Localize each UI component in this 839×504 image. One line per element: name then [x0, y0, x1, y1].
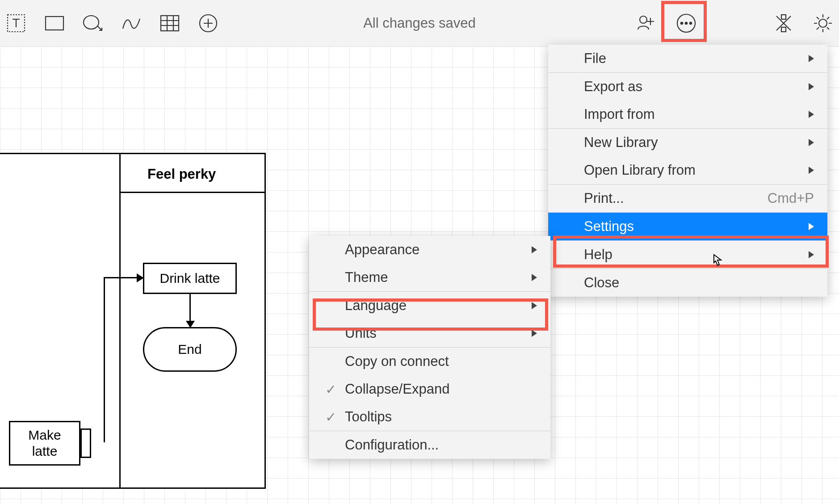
more-menu-icon[interactable]: [675, 13, 697, 34]
submenu-collapse-expand[interactable]: ✓Collapse/Expand: [309, 375, 550, 403]
submenu-arrow-icon: [532, 274, 537, 281]
submenu-units-label: Units: [345, 325, 377, 341]
submenu-theme-label: Theme: [345, 269, 388, 286]
save-status: All changes saved: [363, 15, 476, 31]
menu-export-label: Export as: [584, 79, 642, 95]
submenu-arrow-icon: [809, 139, 814, 146]
submenu-tooltips-label: Tooltips: [345, 409, 392, 425]
submenu-arrow-icon: [809, 55, 814, 62]
node-end[interactable]: End: [143, 327, 237, 372]
submenu-copy-label: Copy on connect: [345, 353, 449, 370]
svg-rect-10: [781, 15, 786, 19]
svg-point-2: [84, 16, 99, 29]
submenu-arrow-icon: [809, 111, 814, 118]
share-icon[interactable]: [636, 13, 658, 34]
menu-import-label: Import from: [584, 106, 654, 122]
edge-drink-end[interactable]: [189, 294, 191, 322]
menu-new-library-label: New Library: [584, 134, 658, 151]
main-menu: File Export as Import from New Library O…: [548, 45, 827, 297]
submenu-units[interactable]: Units: [309, 319, 550, 347]
text-box-tool-icon[interactable]: [5, 13, 27, 34]
freehand-tool-icon[interactable]: [121, 13, 142, 34]
edge-to-drink-arrow: [137, 273, 144, 282]
menu-export-as[interactable]: Export as: [548, 73, 827, 101]
svg-rect-11: [781, 27, 786, 32]
submenu-arrow-icon: [532, 246, 537, 253]
node-drink-latte[interactable]: Drink latte: [143, 263, 237, 294]
submenu-arrow-icon: [809, 167, 814, 174]
submenu-appearance-label: Appearance: [345, 242, 420, 258]
menu-close[interactable]: Close: [548, 269, 827, 297]
submenu-arrow-icon: [809, 223, 814, 230]
brightness-icon[interactable]: [812, 13, 834, 34]
submenu-language[interactable]: Language: [309, 292, 550, 319]
node-make-latte[interactable]: Make latte: [9, 421, 80, 466]
menu-print[interactable]: Print...Cmd+P: [548, 185, 827, 212]
menu-settings[interactable]: Settings: [548, 213, 827, 240]
lane-header-feel-perky[interactable]: Feel perky: [147, 166, 216, 182]
design-tool-icon[interactable]: [773, 13, 794, 34]
submenu-tooltips[interactable]: ✓Tooltips: [309, 403, 550, 431]
menu-settings-label: Settings: [584, 218, 634, 235]
svg-point-9: [690, 22, 692, 24]
edge-to-drink-vert[interactable]: [104, 277, 105, 442]
check-icon: ✓: [325, 409, 336, 425]
check-icon: ✓: [325, 382, 336, 397]
toolbar-left: [5, 13, 219, 34]
edge-to-drink[interactable]: [105, 277, 137, 278]
submenu-arrow-icon: [532, 330, 537, 337]
submenu-arrow-icon: [809, 251, 814, 258]
submenu-theme[interactable]: Theme: [309, 264, 550, 291]
submenu-copy-on-connect[interactable]: Copy on connect: [309, 348, 550, 375]
submenu-configuration[interactable]: Configuration...: [309, 431, 550, 459]
svg-point-7: [681, 22, 683, 24]
add-tool-icon[interactable]: [197, 13, 219, 34]
toolbar: All changes saved: [0, 0, 839, 46]
make-latte-port[interactable]: [80, 428, 91, 458]
submenu-appearance[interactable]: Appearance: [309, 236, 550, 264]
menu-print-shortcut: Cmd+P: [768, 190, 814, 206]
svg-point-8: [685, 22, 687, 24]
node-make-latte-label: Make latte: [16, 427, 74, 459]
edge-drink-end-arrow: [186, 321, 195, 328]
svg-rect-1: [46, 17, 63, 30]
submenu-arrow-icon: [532, 302, 537, 309]
menu-file-label: File: [584, 50, 606, 67]
submenu-language-label: Language: [345, 298, 407, 314]
menu-open-library-from[interactable]: Open Library from: [548, 156, 827, 184]
table-tool-icon[interactable]: [159, 13, 180, 34]
rectangle-tool-icon[interactable]: [44, 13, 65, 34]
menu-help[interactable]: Help: [548, 241, 827, 269]
menu-help-label: Help: [584, 247, 612, 263]
menu-new-library[interactable]: New Library: [548, 129, 827, 156]
submenu-collapse-label: Collapse/Expand: [345, 381, 449, 397]
svg-point-12: [819, 19, 827, 27]
settings-submenu: Appearance Theme Language Units Copy on …: [309, 236, 550, 459]
menu-print-label: Print...: [584, 190, 624, 206]
submenu-arrow-icon: [809, 83, 814, 90]
toolbar-right: [636, 13, 834, 34]
submenu-configuration-label: Configuration...: [345, 437, 439, 453]
ellipse-tool-icon[interactable]: [82, 13, 104, 34]
svg-point-5: [640, 16, 647, 23]
svg-rect-3: [161, 16, 179, 31]
menu-import-from[interactable]: Import from: [548, 101, 827, 128]
menu-open-library-label: Open Library from: [584, 162, 696, 178]
menu-file[interactable]: File: [548, 45, 827, 72]
menu-close-label: Close: [584, 275, 619, 291]
